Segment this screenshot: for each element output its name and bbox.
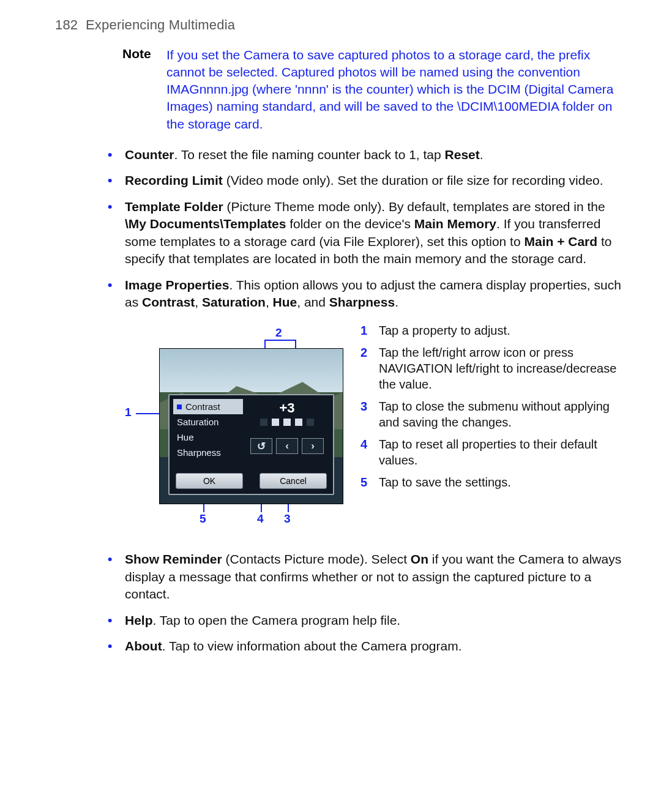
- scale-tick: [260, 419, 267, 426]
- legend-text: Tap the left/right arrow icon or press N…: [379, 345, 618, 392]
- page-header: 182 Experiencing Multimedia: [55, 17, 629, 33]
- bold: Template Folder: [125, 199, 223, 214]
- legend-num: 5: [360, 474, 370, 490]
- bold: Saturation: [202, 295, 266, 309]
- text: .: [395, 295, 398, 309]
- text: .: [480, 147, 484, 162]
- property-hue[interactable]: Hue: [173, 430, 243, 445]
- note-block: Note If you set the Camera to save captu…: [122, 47, 629, 133]
- bold: Main + Card: [524, 234, 597, 248]
- bold: Image Properties: [125, 278, 229, 292]
- property-contrast[interactable]: Contrast: [173, 399, 243, 414]
- screenshot-column: 1 2 3 4 5 Contrast Saturation Hue Sharpn…: [125, 322, 343, 532]
- callout-1: 1: [125, 406, 132, 419]
- legend: 1Tap a property to adjust. 2Tap the left…: [360, 322, 618, 496]
- legend-row: 1Tap a property to adjust.: [360, 322, 618, 338]
- bold: Main Memory: [414, 217, 496, 231]
- text: . To reset the file naming counter back …: [174, 147, 445, 162]
- legend-text: Tap to save the settings.: [379, 474, 511, 490]
- property-saturation[interactable]: Saturation: [173, 414, 243, 430]
- text: ,: [195, 295, 202, 309]
- camera-screenshot: Contrast Saturation Hue Sharpness +3: [159, 348, 343, 504]
- bold: Help: [125, 613, 153, 627]
- bullet-image-properties: Image Properties. This option allows you…: [108, 277, 629, 311]
- legend-num: 4: [360, 436, 370, 468]
- legend-num: 1: [360, 322, 370, 338]
- bullet-show-reminder: Show Reminder (Contacts Picture mode). S…: [108, 551, 629, 603]
- scale-tick: [307, 419, 314, 426]
- legend-row: 2Tap the left/right arrow icon or press …: [360, 345, 618, 392]
- leader-line: [264, 340, 296, 341]
- figure-block: 1 2 3 4 5 Contrast Saturation Hue Sharpn…: [125, 322, 629, 532]
- text: . Tap to open the Camera program help fi…: [153, 613, 401, 627]
- bullet-help: Help. Tap to open the Camera program hel…: [108, 612, 629, 630]
- page: 182 Experiencing Multimedia Note If you …: [0, 0, 661, 688]
- value-text: +3: [250, 400, 324, 416]
- legend-num: 2: [360, 345, 370, 392]
- text: . Tap to view information about the Came…: [162, 639, 462, 653]
- arrow-right-icon[interactable]: ›: [302, 438, 324, 454]
- bold: Show Reminder: [125, 552, 222, 566]
- legend-num: 3: [360, 398, 370, 430]
- page-number: 182: [55, 17, 78, 32]
- callout-5: 5: [200, 512, 206, 526]
- text: (Picture Theme mode only). By default, t…: [223, 199, 605, 214]
- legend-row: 5Tap to save the settings.: [360, 474, 618, 490]
- legend-row: 4Tap to reset all properties to their de…: [360, 436, 618, 468]
- bullet-template-folder: Template Folder (Picture Theme mode only…: [108, 198, 629, 268]
- scale-tick: [272, 419, 279, 426]
- image-properties-panel: Contrast Saturation Hue Sharpness +3: [168, 394, 334, 495]
- bold: Hue: [273, 295, 297, 309]
- bold: About: [125, 639, 162, 653]
- callout-2: 2: [275, 326, 282, 340]
- text: (Contacts Picture mode). Select: [222, 552, 411, 566]
- bullet-about: About. Tap to view information about the…: [108, 638, 629, 655]
- callout-4: 4: [257, 512, 264, 526]
- scale-tick: [295, 419, 302, 426]
- legend-text: Tap a property to adjust.: [379, 322, 510, 338]
- text: (Video mode only). Set the duration or f…: [223, 173, 603, 187]
- arrow-left-icon[interactable]: ‹: [276, 438, 298, 454]
- bold: Recording Limit: [125, 173, 223, 187]
- text: , and: [297, 295, 329, 309]
- bold: Reset: [445, 147, 480, 162]
- value-box: +3: [250, 400, 324, 426]
- note-label: Note: [122, 47, 155, 133]
- cancel-button[interactable]: Cancel: [260, 473, 327, 489]
- bullet-counter: Counter. To reset the file naming counte…: [108, 146, 629, 164]
- arrow-row: ↺ ‹ ›: [250, 438, 324, 454]
- ok-button[interactable]: OK: [176, 473, 243, 489]
- bold: Counter: [125, 147, 174, 162]
- reset-icon[interactable]: ↺: [250, 438, 272, 454]
- property-list: Contrast Saturation Hue Sharpness: [173, 399, 243, 460]
- chapter-title: Experiencing Multimedia: [86, 17, 235, 32]
- options-list-top: Counter. To reset the file naming counte…: [108, 146, 629, 311]
- legend-row: 3Tap to close the submenu without applyi…: [360, 398, 618, 430]
- scale-tick: [283, 419, 291, 426]
- text: ,: [266, 295, 273, 309]
- text: folder on the device's: [286, 217, 414, 231]
- bullet-recording-limit: Recording Limit (Video mode only). Set t…: [108, 172, 629, 190]
- value-scale: [250, 419, 324, 426]
- bold: Contrast: [142, 295, 195, 309]
- bold: On: [411, 552, 428, 566]
- legend-text: Tap to close the submenu without applyin…: [379, 398, 618, 430]
- bold: \My Documents\Templates: [125, 217, 286, 231]
- bold: Sharpness: [329, 295, 395, 309]
- callout-3: 3: [284, 512, 291, 526]
- button-row: OK Cancel: [176, 473, 327, 489]
- bg-sky: [160, 349, 343, 392]
- legend-text: Tap to reset all properties to their def…: [379, 436, 618, 468]
- options-list-bottom: Show Reminder (Contacts Picture mode). S…: [108, 551, 629, 655]
- note-body: If you set the Camera to save captured p…: [166, 47, 629, 133]
- property-sharpness[interactable]: Sharpness: [173, 445, 243, 460]
